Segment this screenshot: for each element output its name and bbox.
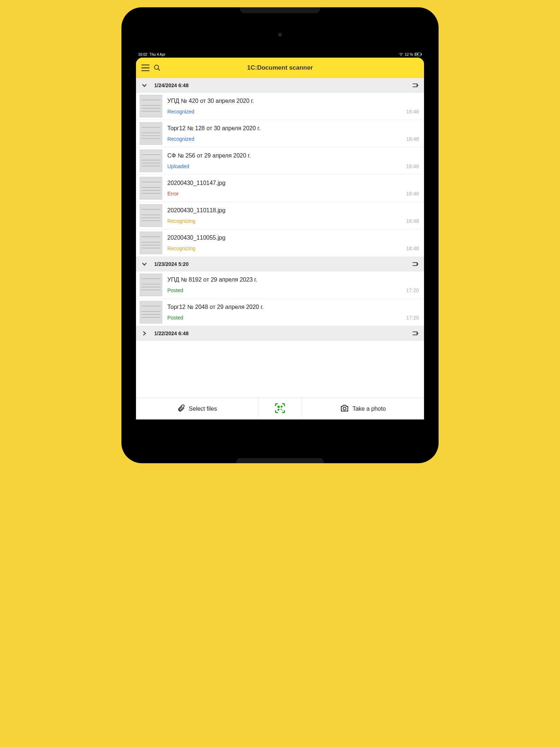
document-status: Posted	[167, 287, 183, 293]
svg-rect-2	[421, 54, 422, 55]
document-title: СФ № 256 от 29 апреля 2020 г.	[167, 152, 420, 159]
screen: 16:02 Thu 4 Apr 12 %	[136, 51, 424, 419]
document-title: 20200430_110118.jpg	[167, 207, 420, 214]
document-thumbnail[interactable]	[140, 150, 162, 172]
group-header[interactable]: 1/23/2024 5:20	[136, 257, 424, 271]
menu-button[interactable]	[140, 63, 151, 73]
document-status: Posted	[167, 315, 183, 321]
document-body: 20200430_110055.jpgRecognizing18:48	[167, 232, 420, 254]
document-time: 18:48	[406, 245, 419, 251]
camera-notch	[240, 7, 320, 13]
chevron-right-icon[interactable]	[140, 329, 148, 337]
document-body: 20200430_110147.jpgError18:48	[167, 177, 420, 200]
document-footer: Posted17:20	[167, 287, 420, 293]
document-status: Uploaded	[167, 163, 189, 169]
tablet-frame: 16:02 Thu 4 Apr 12 %	[121, 7, 439, 463]
camera-dot	[278, 33, 282, 36]
document-title: Торг12 № 2048 от 29 апреля 2020 г.	[167, 304, 420, 310]
document-time: 17:20	[406, 287, 419, 293]
svg-rect-3	[415, 53, 417, 55]
document-footer: Error18:48	[167, 191, 420, 197]
qr-icon	[275, 403, 285, 415]
export-arrow-icon[interactable]	[412, 260, 420, 268]
document-status: Recognized	[167, 109, 194, 115]
document-footer: Recognized18:48	[167, 136, 420, 142]
document-row[interactable]: Торг12 № 128 от 30 апреля 2020 г.Recogni…	[136, 120, 424, 147]
take-photo-label: Take a photo	[353, 406, 386, 412]
export-arrow-icon[interactable]	[412, 329, 420, 337]
app-header: 1C:Document scanner	[136, 58, 424, 78]
document-footer: Uploaded18:48	[167, 163, 420, 169]
svg-rect-7	[277, 409, 279, 410]
svg-rect-6	[281, 406, 283, 407]
document-time: 17:20	[406, 315, 419, 321]
status-bar: 16:02 Thu 4 Apr 12 %	[136, 51, 424, 58]
document-thumbnail[interactable]	[140, 301, 162, 324]
camera-icon	[340, 404, 349, 414]
group-date: 1/24/2024 6:48	[154, 82, 412, 88]
document-row[interactable]: УПД № 8192 от 29 апреля 2023 г.Posted17:…	[136, 271, 424, 299]
svg-rect-8	[281, 409, 282, 410]
document-footer: Recognizing18:48	[167, 218, 420, 224]
document-row[interactable]: СФ № 256 от 29 апреля 2020 г.Uploaded18:…	[136, 147, 424, 175]
document-row[interactable]: 20200430_110055.jpgRecognizing18:48	[136, 229, 424, 257]
document-thumbnail[interactable]	[140, 95, 162, 117]
battery-icon	[415, 53, 422, 56]
app-title: 1C:Document scanner	[136, 64, 424, 71]
document-thumbnail[interactable]	[140, 274, 162, 296]
document-body: УПД № 420 от 30 апреля 2020 г.Recognized…	[167, 95, 420, 117]
document-body: 20200430_110118.jpgRecognizing18:48	[167, 204, 420, 227]
svg-rect-5	[277, 406, 280, 408]
document-row[interactable]: УПД № 420 от 30 апреля 2020 г.Recognized…	[136, 93, 424, 120]
document-title: Торг12 № 128 от 30 апреля 2020 г.	[167, 125, 420, 132]
bottom-notch	[236, 458, 324, 463]
status-date: Thu 4 Apr	[149, 53, 165, 57]
svg-point-4	[155, 65, 159, 70]
document-status: Recognizing	[167, 245, 195, 251]
document-time: 18:48	[406, 191, 419, 197]
group-header[interactable]: 1/22/2024 6:48	[136, 326, 424, 341]
document-thumbnail[interactable]	[140, 122, 162, 145]
group-header[interactable]: 1/24/2024 6:48	[136, 78, 424, 93]
svg-point-0	[401, 55, 401, 56]
document-thumbnail[interactable]	[140, 232, 162, 254]
export-arrow-icon[interactable]	[412, 81, 420, 89]
chevron-down-icon[interactable]	[140, 81, 148, 89]
document-list[interactable]: 1/24/2024 6:48УПД № 420 от 30 апреля 202…	[136, 78, 424, 398]
document-title: УПД № 8192 от 29 апреля 2023 г.	[167, 276, 420, 283]
document-footer: Recognizing18:48	[167, 245, 420, 251]
chevron-down-icon[interactable]	[140, 260, 148, 268]
group-date: 1/23/2024 5:20	[154, 261, 412, 267]
document-footer: Posted17:20	[167, 315, 420, 321]
document-time: 18:48	[406, 136, 419, 142]
document-status: Recognizing	[167, 218, 195, 224]
document-time: 18:48	[406, 218, 419, 224]
status-time: 16:02	[138, 53, 147, 57]
app-window: 1C:Document scanner 1/24/2024 6:48УПД № …	[136, 58, 424, 419]
search-button[interactable]	[152, 63, 162, 73]
document-thumbnail[interactable]	[140, 177, 162, 200]
svg-point-10	[343, 407, 346, 410]
group-date: 1/22/2024 6:48	[154, 330, 412, 336]
document-footer: Recognized18:48	[167, 109, 420, 115]
select-files-label: Select files	[189, 406, 217, 412]
document-row[interactable]: 20200430_110118.jpgRecognizing18:48	[136, 202, 424, 229]
document-body: Торг12 № 128 от 30 апреля 2020 г.Recogni…	[167, 122, 420, 145]
document-title: 20200430_110055.jpg	[167, 235, 420, 241]
document-body: СФ № 256 от 29 апреля 2020 г.Uploaded18:…	[167, 150, 420, 172]
document-status: Error	[167, 191, 179, 197]
status-battery-pct: 12 %	[405, 53, 413, 57]
document-title: УПД № 420 от 30 апреля 2020 г.	[167, 98, 420, 104]
home-indicator[interactable]	[238, 416, 322, 418]
svg-rect-9	[282, 410, 283, 411]
document-body: Торг12 № 2048 от 29 апреля 2020 г.Posted…	[167, 301, 420, 324]
document-row[interactable]: 20200430_110147.jpgError18:48	[136, 175, 424, 202]
document-time: 18:48	[406, 163, 419, 169]
document-status: Recognized	[167, 136, 194, 142]
document-title: 20200430_110147.jpg	[167, 180, 420, 186]
document-row[interactable]: Торг12 № 2048 от 29 апреля 2020 г.Posted…	[136, 299, 424, 326]
paperclip-icon	[177, 404, 185, 414]
document-body: УПД № 8192 от 29 апреля 2023 г.Posted17:…	[167, 274, 420, 296]
document-thumbnail[interactable]	[140, 204, 162, 227]
wifi-icon	[399, 53, 403, 56]
